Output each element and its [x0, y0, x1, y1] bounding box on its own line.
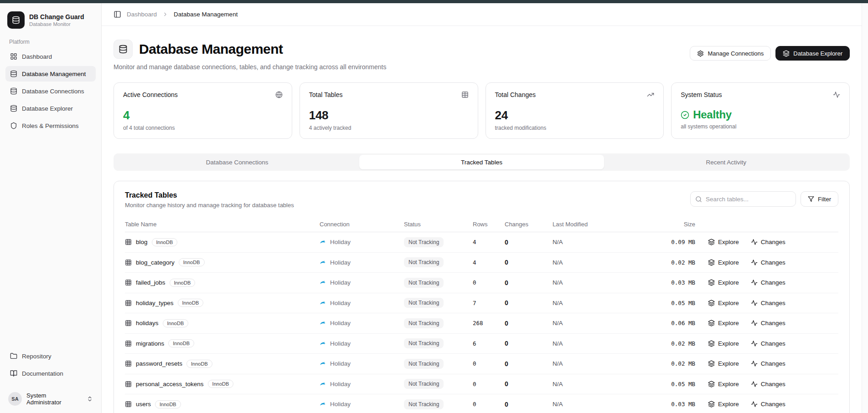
tab-tracked-tables[interactable]: Tracked Tables [359, 155, 604, 169]
changes-button[interactable]: Changes [748, 398, 788, 410]
sidebar-item-roles-permissions[interactable]: Roles & Permissions [5, 118, 96, 133]
user-menu[interactable]: SA System Administrator [5, 388, 96, 407]
chevron-right-icon [162, 11, 168, 17]
explore-button[interactable]: Explore [705, 357, 742, 370]
explore-button[interactable]: Explore [705, 378, 742, 390]
panel-subtitle: Monitor change history and manage tracki… [125, 202, 294, 209]
breadcrumb-parent[interactable]: Dashboard [127, 11, 157, 18]
layers-icon [708, 300, 715, 306]
changes-count: 0 [505, 380, 553, 388]
changes-button[interactable]: Changes [748, 378, 788, 390]
changes-button[interactable]: Changes [748, 297, 788, 309]
stat-title: System Status [681, 91, 722, 98]
changes-button[interactable]: Changes [748, 337, 788, 350]
table-size: 0.02 MB [644, 360, 695, 367]
explore-button[interactable]: Explore [705, 236, 742, 248]
table-grid-icon [125, 340, 132, 347]
changes-button[interactable]: Changes [748, 256, 788, 269]
engine-badge: InnoDB [179, 258, 205, 266]
status-badge: Not Tracking [404, 257, 444, 267]
table-row: users InnoDB Holiday Not Tracking 0 0 N/… [125, 394, 838, 413]
sidebar-item-database-connections[interactable]: Database Connections [5, 83, 96, 99]
changes-button[interactable]: Changes [748, 357, 788, 370]
breadcrumb-current: Database Management [174, 11, 238, 18]
filter-button[interactable]: Filter [801, 191, 838, 207]
changes-button[interactable]: Changes [748, 276, 788, 289]
sidebar-toggle-icon[interactable] [114, 10, 121, 18]
breadcrumb-bar: Dashboard Database Management [102, 3, 862, 26]
stat-title: Total Changes [495, 91, 536, 98]
database-explorer-button[interactable]: Database Explorer [775, 46, 850, 61]
changes-count: 0 [505, 239, 553, 246]
changes-button[interactable]: Changes [748, 236, 788, 248]
explore-button[interactable]: Explore [705, 256, 742, 269]
changes-button[interactable]: Changes [748, 317, 788, 329]
sidebar-section-label: Platform [5, 34, 96, 49]
main-area: Dashboard Database Management Database M… [102, 3, 862, 413]
table-size: 0.05 MB [644, 381, 695, 388]
sidebar-item-repository[interactable]: Repository [5, 348, 96, 364]
column-header-changes: Changes [505, 221, 553, 228]
status-badge: Not Tracking [404, 237, 444, 247]
explore-button[interactable]: Explore [705, 297, 742, 309]
scrollbar[interactable] [862, 3, 868, 413]
sidebar-item-dashboard[interactable]: Dashboard [5, 49, 96, 64]
table-row: holiday_types InnoDB Holiday Not Trackin… [125, 293, 838, 314]
table-size: 0.05 MB [644, 300, 695, 306]
explore-label: Explore [718, 340, 739, 347]
user-avatar: SA [8, 392, 22, 406]
shield-icon [10, 122, 17, 129]
sidebar-item-database-explorer[interactable]: Database Explorer [5, 101, 96, 116]
sidebar-item-documentation[interactable]: Documentation [5, 366, 96, 381]
changes-count: 0 [505, 340, 553, 347]
engine-badge: InnoDB [168, 339, 194, 347]
table-header-row: Table Name Connection Status Rows Change… [125, 217, 838, 232]
app-brand[interactable]: DB Change Guard Database Monitor [5, 10, 96, 34]
tab-recent-activity[interactable]: Recent Activity [604, 155, 848, 169]
table-grid-icon [125, 360, 132, 367]
row-count: 4 [473, 259, 505, 266]
connection-name: Holiday [330, 340, 351, 347]
row-count: 268 [473, 320, 505, 326]
app-frame: DB Change Guard Database Monitor Platfor… [0, 3, 868, 413]
chevrons-up-down-icon [87, 396, 93, 402]
database-explorer-label: Database Explorer [793, 50, 842, 57]
status-badge: Not Tracking [404, 379, 444, 389]
search-tables-box [690, 191, 796, 207]
app-window: DB Change Guard Database Monitor Platfor… [0, 0, 868, 413]
explore-button[interactable]: Explore [705, 337, 742, 350]
table-name: users [136, 401, 151, 408]
table-grid-icon [125, 401, 132, 408]
stat-value: 24 [495, 108, 655, 122]
search-tables-input[interactable] [706, 196, 791, 203]
changes-label: Changes [761, 360, 785, 367]
panel-header-text: Tracked Tables Monitor change history an… [125, 191, 294, 209]
mysql-dolphin-icon [320, 239, 326, 245]
explore-button[interactable]: Explore [705, 276, 742, 289]
page-title: Database Management [139, 41, 283, 57]
changes-label: Changes [761, 320, 785, 326]
changes-label: Changes [761, 279, 785, 286]
table-row: failed_jobs InnoDB Holiday Not Tracking … [125, 273, 838, 293]
status-badge: Not Tracking [404, 278, 444, 288]
connection-name: Holiday [330, 239, 351, 245]
explore-label: Explore [718, 381, 739, 388]
activity-icon [751, 320, 758, 326]
table-name: holidays [136, 320, 159, 326]
table-row: blog InnoDB Holiday Not Tracking 4 0 N/A… [125, 232, 838, 253]
dashboard-grid-icon [10, 53, 17, 60]
explore-button[interactable]: Explore [705, 398, 742, 410]
changes-count: 0 [505, 320, 553, 327]
sidebar-item-database-management[interactable]: Database Management [5, 66, 96, 82]
table-size: 0.02 MB [644, 340, 695, 347]
table-size: 0.03 MB [644, 279, 695, 286]
stat-card-active-connections: Active Connections 4 of 4 total connecti… [114, 82, 292, 139]
tab-database-connections[interactable]: Database Connections [115, 155, 359, 169]
changes-label: Changes [761, 401, 785, 408]
explore-label: Explore [718, 401, 739, 408]
manage-connections-button[interactable]: Manage Connections [690, 46, 771, 61]
engine-badge: InnoDB [208, 380, 234, 388]
stat-caption: 4 actively tracked [309, 125, 469, 131]
explore-button[interactable]: Explore [705, 317, 742, 329]
top-accent-bar [0, 0, 868, 3]
